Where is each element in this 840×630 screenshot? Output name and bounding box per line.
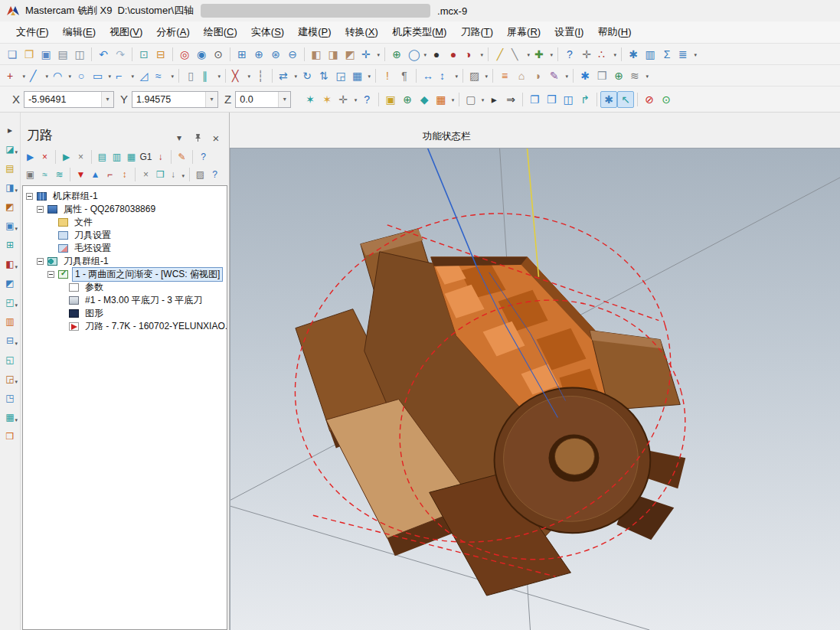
regen-selected-icon[interactable]: ▶ [59, 149, 74, 164]
cylinder-create-icon[interactable]: ▯ [182, 67, 199, 84]
screen-config-icon[interactable]: ▥ [642, 46, 659, 63]
settings-flyout-icon[interactable]: ❒ [2, 429, 18, 442]
tree-node-label[interactable]: 刀路 - 7.7K - 160702-YELUNXIAO.I... [83, 320, 227, 333]
display-options-icon[interactable]: ▨ [193, 167, 208, 181]
analyze-chain-icon[interactable]: ∴ [595, 46, 618, 63]
utility-flyout-icon[interactable]: ▥ [2, 315, 18, 328]
zoom-in-icon[interactable]: ⊛ [267, 46, 284, 63]
tree-node-label[interactable]: 机床群组-1 [51, 190, 100, 203]
stack-icon[interactable]: ≋ [627, 67, 650, 84]
pen-style-icon[interactable]: ✎ [547, 67, 570, 84]
undo-icon[interactable]: ↶ [95, 46, 112, 63]
menu-help[interactable]: 帮助(H) [590, 22, 638, 42]
solids-cubes-icon[interactable]: ❒ [593, 67, 610, 84]
tree-node[interactable]: 毛坯设置 [23, 242, 227, 255]
xform-translate-icon[interactable]: ⇄ [276, 67, 299, 84]
shading-on-icon[interactable]: ● [445, 46, 462, 63]
solid-flyout-icon[interactable]: ◱ [2, 353, 18, 366]
select-cursor-icon[interactable]: ▸ [485, 91, 502, 108]
tree-expander-icon[interactable] [47, 271, 54, 278]
pick-pointer-icon[interactable]: ↖ [617, 91, 634, 108]
xform-flyout-icon[interactable]: ◧ [2, 257, 18, 270]
select-all-ops-icon[interactable]: ▶ [23, 149, 38, 164]
note-create-icon[interactable]: ¶ [396, 67, 413, 84]
gnomon-icon[interactable]: ✛ [358, 46, 381, 63]
line-create-icon[interactable]: ╱ [27, 67, 50, 84]
backplot-icon[interactable]: ▤ [95, 149, 109, 164]
xform-rotate-icon[interactable]: ↻ [299, 67, 315, 84]
analyze-flyout-icon[interactable]: ▣ [2, 219, 18, 232]
tree-node-label[interactable]: #1 - M3.00 平底刀 - 3 平底刀 [83, 294, 204, 307]
autocursor-star-icon[interactable]: ✶ [319, 91, 335, 108]
grid-settings-icon[interactable]: ≣ [675, 46, 698, 63]
zoom-target-icon[interactable]: ⊕ [250, 46, 267, 63]
save-file-icon[interactable]: ▣ [38, 46, 54, 63]
help-ops-icon[interactable]: ? [208, 167, 222, 181]
clipboard-icon[interactable]: ▣ [382, 91, 399, 108]
tree-node[interactable]: 刀路 - 7.7K - 160702-YELUNXIAO.I... [23, 320, 227, 333]
new-file-icon[interactable]: ❏ [4, 46, 21, 63]
globe-wcs-icon[interactable]: ⊕ [399, 91, 416, 108]
tree-node-label[interactable]: 属性 - QQ2678038869 [61, 203, 158, 216]
gview-flyout-icon[interactable]: ◪ [2, 142, 18, 155]
panel-close-icon[interactable]: × [209, 132, 223, 144]
tree-node-label[interactable]: 文件 [72, 216, 95, 229]
arc-create-icon[interactable]: ◠ [50, 67, 73, 84]
world-view-icon[interactable]: ⊕ [610, 67, 627, 84]
toolpath-display-icon[interactable]: ≈ [38, 167, 52, 181]
copy-op-icon[interactable]: ❒ [153, 167, 168, 181]
delete-flyout-icon[interactable]: ⊞ [2, 238, 18, 251]
line-style-icon[interactable]: ╲ [508, 46, 531, 63]
panel-help-icon[interactable]: ? [196, 149, 211, 164]
copy-level-2-icon[interactable]: ❒ [543, 91, 560, 108]
menu-solids[interactable]: 实体(S) [244, 22, 291, 42]
wireframe-line-icon[interactable]: ╱ [492, 46, 508, 63]
surface-roof-icon[interactable]: ⌂ [513, 67, 530, 84]
insert-arrow-icon[interactable]: ↓ [153, 149, 168, 164]
menu-file[interactable]: 文件(F) [9, 22, 56, 42]
screen-flyout-icon[interactable]: ⊟ [2, 334, 18, 347]
dim-horizontal-icon[interactable]: ↔ [420, 67, 436, 84]
draft-flyout-icon[interactable]: ▦ [2, 410, 18, 423]
rectangle-create-icon[interactable]: ▭ [90, 67, 113, 84]
view-front-icon[interactable]: ◩ [342, 46, 358, 63]
strip-flyout-icon[interactable]: ▸ [2, 123, 18, 136]
x-dropdown-icon[interactable] [101, 92, 113, 107]
fast-point-icon[interactable]: ✶ [302, 91, 319, 108]
paste-op-icon[interactable]: ↓ [168, 167, 186, 181]
tree-expander-icon[interactable] [37, 206, 44, 213]
tree-node[interactable]: 刀具设置 [23, 229, 227, 242]
edit-pencil-icon[interactable]: ✎ [175, 149, 189, 164]
autocursor-icon[interactable]: ✛ [335, 91, 358, 108]
regen-all-icon[interactable]: × [74, 149, 88, 164]
shading-off-icon[interactable]: ● [428, 46, 445, 63]
xform-mirror-icon[interactable]: ⇅ [315, 67, 332, 84]
trim-entities-icon[interactable]: ╳ [229, 67, 252, 84]
move-up-icon[interactable]: ▲ [88, 167, 103, 181]
graphics-viewport[interactable] [230, 148, 840, 630]
select-last-icon[interactable]: ⇒ [502, 91, 519, 108]
print-preview-icon[interactable]: ◫ [71, 46, 88, 63]
open-file-icon[interactable]: ❐ [21, 46, 38, 63]
insert-position-icon[interactable]: ⌐ [103, 167, 117, 181]
menu-model[interactable]: 建模(P) [291, 22, 338, 42]
xform-scale-icon[interactable]: ◲ [332, 67, 349, 84]
selection-all-icon[interactable]: ◉ [193, 46, 210, 63]
panel-collapse-icon[interactable]: ▾ [172, 132, 186, 144]
toolpath-operations-tree[interactable]: 机床群组-1属性 - QQ2678038869文件刀具设置毛坯设置刀具群组-11… [22, 185, 227, 630]
lock-ops-icon[interactable]: ▣ [23, 167, 38, 181]
panel-pin-icon[interactable] [191, 132, 204, 144]
zoom-window-icon[interactable]: ⊞ [234, 46, 250, 63]
wcs-globe-icon[interactable]: ⊕ [388, 46, 405, 63]
surface-revolve-icon[interactable]: ◗ [530, 67, 547, 84]
tree-node-label[interactable]: 毛坯设置 [72, 242, 113, 255]
tree-expander-icon[interactable] [37, 258, 44, 265]
tree-node[interactable]: 参数 [23, 281, 227, 294]
tree-node[interactable]: 1 - 两曲面之间渐变 - [WCS: 俯视图] [23, 268, 227, 281]
copy-level-3-icon[interactable]: ◫ [560, 91, 577, 108]
zoom-out-icon[interactable]: ⊖ [284, 46, 301, 63]
z-coordinate-input[interactable] [236, 94, 278, 105]
zoom-flyout-icon[interactable]: ◨ [2, 181, 18, 194]
x-coordinate-input[interactable] [25, 94, 101, 105]
tree-node-label[interactable]: 刀具群组-1 [61, 255, 111, 268]
